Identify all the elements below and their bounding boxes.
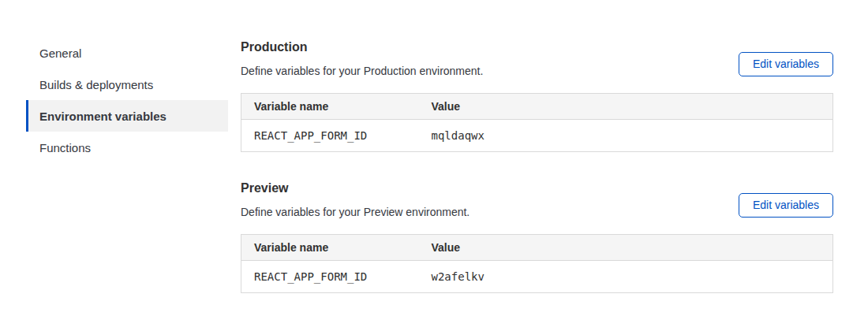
table-header-row: Variable name Value [241,94,833,120]
column-header-variable-name: Variable name [241,94,419,120]
settings-sidebar: General Builds & deployments Environment… [26,37,228,293]
column-header-value: Value [419,235,833,261]
preview-section: Preview Define variables for your Previe… [241,180,833,293]
settings-page: General Builds & deployments Environment… [0,0,868,293]
sidebar-item-builds-deployments[interactable]: Builds & deployments [26,69,228,100]
production-variables-table: Variable name Value REACT_APP_FORM_ID mq… [241,93,833,152]
sidebar-item-general[interactable]: General [26,37,228,69]
environment-variables-content: Production Define variables for your Pro… [241,39,833,293]
column-header-variable-name: Variable name [241,235,419,261]
variable-name-cell: REACT_APP_FORM_ID [241,120,419,152]
variable-value-cell: mqldaqwx [419,120,833,152]
variable-name-cell: REACT_APP_FORM_ID [241,261,419,293]
variable-value-cell: w2afelkv [419,261,833,293]
production-section: Production Define variables for your Pro… [241,39,833,152]
preview-variables-table: Variable name Value REACT_APP_FORM_ID w2… [241,234,833,293]
preview-edit-variables-button[interactable]: Edit variables [739,193,833,218]
sidebar-item-environment-variables[interactable]: Environment variables [26,100,228,132]
table-row: REACT_APP_FORM_ID w2afelkv [241,261,833,293]
production-edit-variables-button[interactable]: Edit variables [739,52,833,76]
table-row: REACT_APP_FORM_ID mqldaqwx [241,120,833,152]
sidebar-item-functions[interactable]: Functions [26,132,228,163]
table-header-row: Variable name Value [241,235,833,261]
column-header-value: Value [419,94,833,120]
